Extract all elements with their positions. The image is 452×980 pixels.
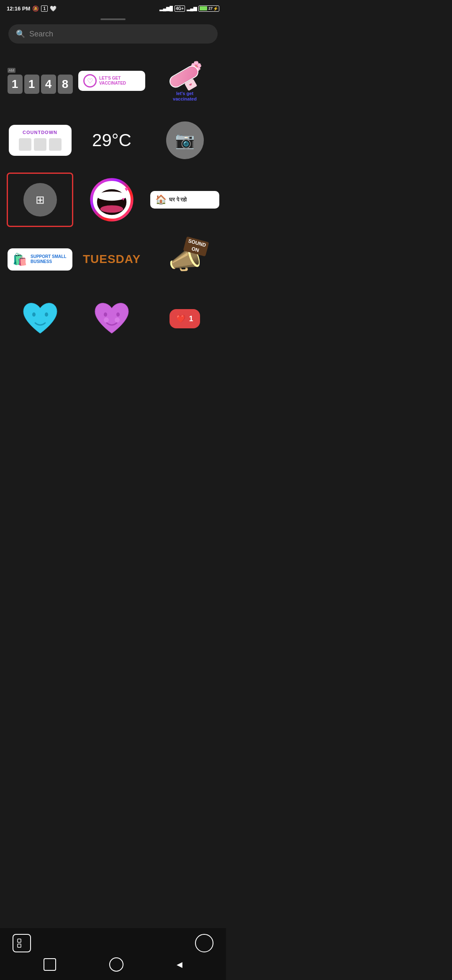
svg-point-8 <box>45 312 48 317</box>
time: 12:16 PM <box>7 5 30 12</box>
battery-indicator: 27 ⚡ <box>198 5 219 12</box>
clock-sticker-inner: AM 1 1 4 8 <box>8 68 73 94</box>
bandaid-center: ❤ <box>184 79 197 91</box>
signal-bars-2: ▂▄▆ <box>187 6 197 11</box>
ghar-sticker: 🏠 घर पे रहो <box>150 191 219 209</box>
like-sticker: ❤️ 1 <box>170 309 200 328</box>
countdown-box-3 <box>49 138 62 151</box>
camera-sticker-cell[interactable]: 📷 <box>150 113 219 168</box>
clock-digits: 1 1 4 8 <box>8 75 73 94</box>
svg-point-10 <box>116 312 120 317</box>
clock-d3: 4 <box>41 75 56 94</box>
countdown-box-1 <box>19 138 31 151</box>
add-icon: ⊞ <box>36 193 45 206</box>
handle-bar <box>0 15 226 24</box>
countdown-sticker: COUNTDOWN <box>9 125 72 156</box>
like-sticker-cell[interactable]: ❤️ 1 <box>150 291 219 346</box>
tuesday-sticker-cell[interactable]: TUESDAY <box>78 232 145 286</box>
heart-icon: 🤍 <box>50 5 56 12</box>
like-count: 1 <box>189 315 193 323</box>
search-bar-container: 🔍 Search <box>0 24 226 50</box>
countdown-box-2 <box>34 138 46 151</box>
mouth-sticker: ♥ ♥ <box>89 177 135 223</box>
camera-icon: 📷 <box>175 131 195 150</box>
mute-icon: 🔕 <box>32 5 39 12</box>
bandaid-body: ❤ <box>167 63 200 90</box>
heart-icon-like: ❤️ <box>176 314 185 323</box>
vaccinated-text: LET'S GET VACCINATED <box>99 76 140 86</box>
search-bar[interactable]: 🔍 Search <box>8 24 218 44</box>
purple-heart-sticker-cell[interactable] <box>78 291 145 346</box>
clock-d2: 1 <box>24 75 39 94</box>
svg-point-9 <box>104 312 107 317</box>
bandaid-heart: ❤ <box>188 82 193 88</box>
vacc-heart-icon: ♡ <box>83 74 97 88</box>
sticker-grid: AM 1 1 4 8 ♡ LET'S GET VACCINATED 🌸 ❤ <box>0 50 226 349</box>
vaccinated-badge-sticker[interactable]: ♡ LET'S GET VACCINATED <box>78 54 145 108</box>
countdown-sticker-cell[interactable]: COUNTDOWN <box>7 113 73 168</box>
add-sticker-button[interactable]: ⊞ <box>23 183 57 217</box>
ssb-sticker-cell[interactable]: 🛍️ SUPPORT SMALL BUSINESS <box>7 232 73 286</box>
clock-d4: 8 <box>58 75 73 94</box>
clock-d1: 1 <box>8 75 23 94</box>
drag-handle[interactable] <box>100 18 126 20</box>
bandaid-sticker: 🌸 ❤ let's getvaccinated <box>166 60 204 102</box>
bandaid-image: 🌸 ❤ <box>166 60 204 89</box>
ssb-text: SUPPORT SMALL BUSINESS <box>31 254 67 264</box>
bandaid-sticker-cell[interactable]: 🌸 ❤ let's getvaccinated <box>150 54 219 108</box>
notification-icon: 1 <box>41 5 48 12</box>
svg-point-3 <box>100 205 123 213</box>
ghar-text: घर पे रहो <box>169 196 187 203</box>
ghar-sticker-cell[interactable]: 🏠 घर पे रहो <box>150 173 219 227</box>
ssb-sticker: 🛍️ SUPPORT SMALL BUSINESS <box>8 248 72 271</box>
countdown-boxes <box>14 138 67 151</box>
network-type: 4G+ <box>175 5 185 12</box>
svg-point-7 <box>32 312 36 317</box>
blue-heart-sticker <box>19 300 61 338</box>
svg-point-12 <box>115 317 120 322</box>
sound-sticker: 📣 SOUNDON <box>162 238 208 280</box>
clock-sticker[interactable]: AM 1 1 4 8 <box>7 54 73 108</box>
temperature-value: 29°C <box>92 130 131 150</box>
search-input[interactable]: Search <box>29 30 53 39</box>
bandaid-label: let's getvaccinated <box>173 91 197 102</box>
add-sticker-cell[interactable]: ⊞ <box>7 173 73 227</box>
svg-point-11 <box>104 317 109 322</box>
tuesday-text: TUESDAY <box>83 253 141 266</box>
mouth-sticker-cell[interactable]: ♥ ♥ <box>78 173 145 227</box>
shopping-bag-icon: 🛍️ <box>13 253 27 266</box>
battery-percent: 27 <box>208 6 213 10</box>
svg-text:♥: ♥ <box>125 186 128 193</box>
camera-sticker: 📷 <box>166 121 204 159</box>
blue-heart-sticker-cell[interactable] <box>7 291 73 346</box>
sound-sticker-cell[interactable]: 📣 SOUNDON <box>150 232 219 286</box>
vaccinated-badge: ♡ LET'S GET VACCINATED <box>78 71 145 91</box>
clock-ampm: AM <box>8 68 16 73</box>
svg-text:♥: ♥ <box>122 196 125 201</box>
signal-bars: ▂▄▆█ <box>159 6 173 11</box>
temperature-sticker-cell[interactable]: 29°C <box>78 113 145 168</box>
status-left: 12:16 PM 🔕 1 🤍 <box>7 5 56 12</box>
status-right: ▂▄▆█ 4G+ ▂▄▆ 27 ⚡ <box>159 5 219 12</box>
bolt-icon: ⚡ <box>213 6 218 11</box>
search-icon: 🔍 <box>16 29 25 39</box>
home-heart-icon: 🏠 <box>155 194 167 205</box>
status-bar: 12:16 PM 🔕 1 🤍 ▂▄▆█ 4G+ ▂▄▆ 27 ⚡ <box>0 0 226 15</box>
battery-fill <box>200 6 207 10</box>
heart-symbol: ♡ <box>87 77 93 85</box>
purple-heart-sticker <box>91 300 133 338</box>
countdown-title: COUNTDOWN <box>14 130 67 135</box>
